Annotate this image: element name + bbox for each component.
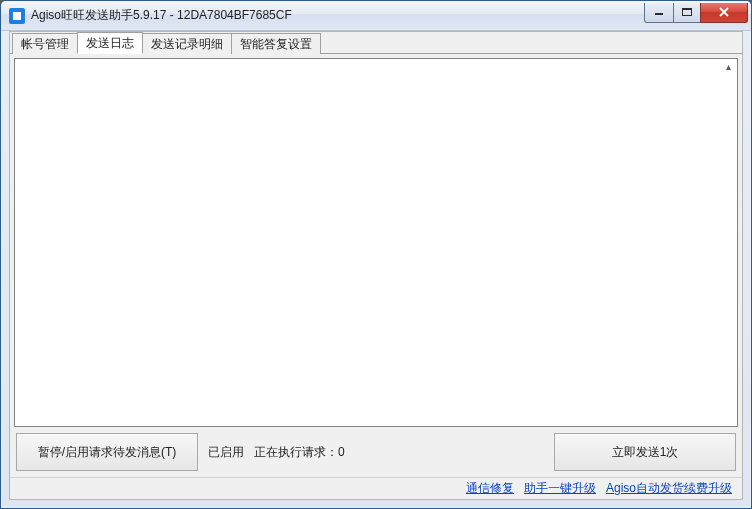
status-executing: 正在执行请求：0: [254, 444, 345, 461]
app-window: Agiso旺旺发送助手5.9.17 - 12DA7804BF7685CF 帐号管…: [0, 0, 752, 509]
scroll-up-icon[interactable]: ▴: [722, 61, 735, 73]
tab-body: ▴ 暂停/启用请求待发消息(T) 已启用 正在执行请求：0 立即发送1次: [10, 54, 742, 477]
link-agiso-renew[interactable]: Agiso自动发货续费升级: [606, 480, 732, 497]
status-executing-count: 0: [338, 445, 345, 459]
status-text: 已启用 正在执行请求：0: [208, 444, 345, 461]
close-button[interactable]: [700, 3, 748, 23]
close-icon: [718, 7, 730, 17]
svg-rect-0: [655, 13, 663, 15]
pause-toggle-button[interactable]: 暂停/启用请求待发消息(T): [16, 433, 198, 471]
tab-send-log[interactable]: 发送日志: [77, 32, 143, 54]
svg-rect-2: [682, 8, 692, 10]
maximize-button[interactable]: [673, 3, 701, 23]
link-comm-repair[interactable]: 通信修复: [466, 480, 514, 497]
bottom-toolbar: 暂停/启用请求待发消息(T) 已启用 正在执行请求：0 立即发送1次: [14, 427, 738, 473]
window-title: Agiso旺旺发送助手5.9.17 - 12DA7804BF7685CF: [31, 7, 292, 24]
log-textarea[interactable]: ▴: [14, 58, 738, 427]
send-now-button[interactable]: 立即发送1次: [554, 433, 736, 471]
maximize-icon: [682, 8, 692, 16]
tab-send-record-detail[interactable]: 发送记录明细: [142, 33, 232, 54]
status-executing-label: 正在执行请求：: [254, 445, 338, 459]
client-area: 帐号管理 发送日志 发送记录明细 智能答复设置 ▴ 暂停/启用请求待发消息(T)…: [9, 31, 743, 500]
titlebar[interactable]: Agiso旺旺发送助手5.9.17 - 12DA7804BF7685CF: [1, 1, 751, 31]
window-controls: [645, 3, 748, 23]
minimize-icon: [654, 8, 664, 16]
tab-strip: 帐号管理 发送日志 发送记录明细 智能答复设置: [10, 32, 742, 54]
footer: 通信修复 助手一键升级 Agiso自动发货续费升级: [10, 477, 742, 499]
tab-account-management[interactable]: 帐号管理: [12, 33, 78, 54]
link-assistant-upgrade[interactable]: 助手一键升级: [524, 480, 596, 497]
minimize-button[interactable]: [644, 3, 674, 23]
tab-smart-reply-settings[interactable]: 智能答复设置: [231, 33, 321, 54]
app-icon: [9, 8, 25, 24]
status-enabled-label: 已启用: [208, 444, 244, 461]
